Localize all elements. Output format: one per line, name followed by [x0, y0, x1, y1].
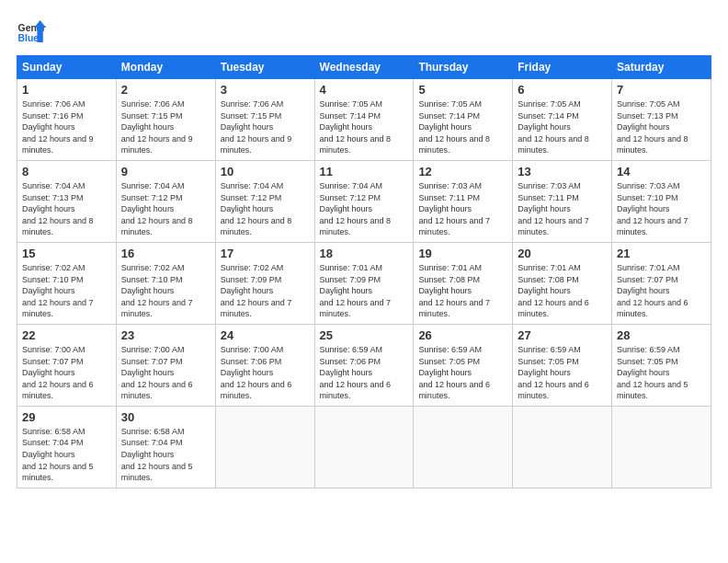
header-thursday: Thursday — [414, 56, 513, 79]
calendar-week-row: 29Sunrise: 6:58 AMSunset: 7:04 PMDayligh… — [17, 406, 711, 488]
calendar-cell: 8Sunrise: 7:04 AMSunset: 7:13 PMDaylight… — [17, 160, 117, 242]
day-number: 2 — [121, 83, 210, 97]
header-friday: Friday — [513, 56, 612, 79]
day-info: Sunrise: 7:00 AMSunset: 7:07 PMDaylight … — [121, 344, 210, 402]
calendar-cell: 23Sunrise: 7:00 AMSunset: 7:07 PMDayligh… — [116, 324, 215, 406]
day-info: Sunrise: 7:01 AMSunset: 7:07 PMDaylight … — [617, 262, 706, 320]
calendar-cell: 25Sunrise: 6:59 AMSunset: 7:06 PMDayligh… — [314, 324, 414, 406]
day-info: Sunrise: 6:59 AMSunset: 7:05 PMDaylight … — [518, 344, 607, 402]
calendar-week-row: 15Sunrise: 7:02 AMSunset: 7:10 PMDayligh… — [17, 242, 711, 324]
day-number: 20 — [518, 247, 607, 260]
calendar-cell: 18Sunrise: 7:01 AMSunset: 7:09 PMDayligh… — [314, 242, 414, 324]
day-info: Sunrise: 6:59 AMSunset: 7:05 PMDaylight … — [617, 344, 706, 402]
calendar-week-row: 8Sunrise: 7:04 AMSunset: 7:13 PMDaylight… — [17, 160, 711, 242]
day-number: 22 — [22, 328, 111, 342]
calendar-cell: 6Sunrise: 7:05 AMSunset: 7:14 PMDaylight… — [513, 79, 612, 161]
day-number: 27 — [518, 328, 607, 342]
day-number: 16 — [121, 247, 210, 260]
calendar-cell: 1Sunrise: 7:06 AMSunset: 7:16 PMDaylight… — [17, 79, 117, 161]
calendar-cell: 2Sunrise: 7:06 AMSunset: 7:15 PMDaylight… — [116, 79, 215, 161]
header-saturday: Saturday — [612, 56, 711, 79]
day-number: 3 — [221, 83, 310, 97]
calendar-cell: 10Sunrise: 7:04 AMSunset: 7:12 PMDayligh… — [215, 160, 314, 242]
day-info: Sunrise: 6:58 AMSunset: 7:04 PMDaylight … — [22, 426, 111, 484]
day-info: Sunrise: 7:01 AMSunset: 7:09 PMDaylight … — [320, 262, 409, 320]
logo: General Blue — [17, 17, 46, 46]
day-number: 4 — [320, 83, 409, 97]
calendar-cell: 7Sunrise: 7:05 AMSunset: 7:13 PMDaylight… — [612, 79, 711, 161]
calendar-cell — [414, 406, 513, 488]
day-info: Sunrise: 7:02 AMSunset: 7:09 PMDaylight … — [221, 262, 310, 320]
calendar-cell: 21Sunrise: 7:01 AMSunset: 7:07 PMDayligh… — [612, 242, 711, 324]
day-number: 24 — [221, 328, 310, 342]
calendar: SundayMondayTuesdayWednesdayThursdayFrid… — [17, 55, 711, 488]
calendar-cell: 20Sunrise: 7:01 AMSunset: 7:08 PMDayligh… — [513, 242, 612, 324]
header: General Blue — [17, 17, 711, 46]
day-info: Sunrise: 7:01 AMSunset: 7:08 PMDaylight … — [418, 262, 507, 320]
day-number: 8 — [22, 165, 111, 178]
day-number: 12 — [418, 165, 507, 178]
svg-text:Blue: Blue — [18, 33, 40, 43]
day-info: Sunrise: 7:03 AMSunset: 7:11 PMDaylight … — [418, 180, 507, 238]
calendar-cell: 24Sunrise: 7:00 AMSunset: 7:06 PMDayligh… — [215, 324, 314, 406]
calendar-week-row: 22Sunrise: 7:00 AMSunset: 7:07 PMDayligh… — [17, 324, 711, 406]
day-number: 26 — [418, 328, 507, 342]
day-number: 11 — [320, 165, 409, 178]
calendar-cell: 22Sunrise: 7:00 AMSunset: 7:07 PMDayligh… — [17, 324, 117, 406]
day-info: Sunrise: 7:04 AMSunset: 7:13 PMDaylight … — [22, 180, 111, 238]
calendar-cell: 9Sunrise: 7:04 AMSunset: 7:12 PMDaylight… — [116, 160, 215, 242]
logo-icon: General Blue — [17, 17, 46, 46]
day-info: Sunrise: 7:06 AMSunset: 7:15 PMDaylight … — [121, 98, 210, 156]
day-number: 1 — [22, 83, 111, 97]
day-number: 9 — [121, 165, 210, 178]
day-info: Sunrise: 6:58 AMSunset: 7:04 PMDaylight … — [121, 426, 210, 484]
day-info: Sunrise: 6:59 AMSunset: 7:06 PMDaylight … — [320, 344, 409, 402]
day-number: 7 — [617, 83, 706, 97]
calendar-cell — [513, 406, 612, 488]
day-number: 30 — [121, 410, 210, 424]
calendar-cell: 29Sunrise: 6:58 AMSunset: 7:04 PMDayligh… — [17, 406, 117, 488]
day-number: 14 — [617, 165, 706, 178]
day-info: Sunrise: 7:06 AMSunset: 7:16 PMDaylight … — [22, 98, 111, 156]
day-number: 25 — [320, 328, 409, 342]
day-number: 17 — [221, 247, 310, 260]
header-sunday: Sunday — [17, 56, 117, 79]
day-info: Sunrise: 7:06 AMSunset: 7:15 PMDaylight … — [221, 98, 310, 156]
day-number: 28 — [617, 328, 706, 342]
day-number: 19 — [418, 247, 507, 260]
day-info: Sunrise: 7:04 AMSunset: 7:12 PMDaylight … — [121, 180, 210, 238]
day-info: Sunrise: 7:04 AMSunset: 7:12 PMDaylight … — [320, 180, 409, 238]
day-number: 18 — [320, 247, 409, 260]
calendar-cell: 17Sunrise: 7:02 AMSunset: 7:09 PMDayligh… — [215, 242, 314, 324]
calendar-cell: 27Sunrise: 6:59 AMSunset: 7:05 PMDayligh… — [513, 324, 612, 406]
day-info: Sunrise: 7:05 AMSunset: 7:14 PMDaylight … — [518, 98, 607, 156]
day-number: 5 — [418, 83, 507, 97]
calendar-cell: 3Sunrise: 7:06 AMSunset: 7:15 PMDaylight… — [215, 79, 314, 161]
calendar-cell: 14Sunrise: 7:03 AMSunset: 7:10 PMDayligh… — [612, 160, 711, 242]
calendar-header-row: SundayMondayTuesdayWednesdayThursdayFrid… — [17, 56, 711, 79]
calendar-cell: 11Sunrise: 7:04 AMSunset: 7:12 PMDayligh… — [314, 160, 414, 242]
calendar-cell: 15Sunrise: 7:02 AMSunset: 7:10 PMDayligh… — [17, 242, 117, 324]
day-info: Sunrise: 7:00 AMSunset: 7:07 PMDaylight … — [22, 344, 111, 402]
day-info: Sunrise: 7:03 AMSunset: 7:11 PMDaylight … — [518, 180, 607, 238]
calendar-cell: 19Sunrise: 7:01 AMSunset: 7:08 PMDayligh… — [414, 242, 513, 324]
calendar-cell: 26Sunrise: 6:59 AMSunset: 7:05 PMDayligh… — [414, 324, 513, 406]
day-number: 23 — [121, 328, 210, 342]
day-info: Sunrise: 7:03 AMSunset: 7:10 PMDaylight … — [617, 180, 706, 238]
header-wednesday: Wednesday — [314, 56, 414, 79]
day-info: Sunrise: 6:59 AMSunset: 7:05 PMDaylight … — [418, 344, 507, 402]
day-number: 15 — [22, 247, 111, 260]
day-number: 21 — [617, 247, 706, 260]
calendar-cell: 28Sunrise: 6:59 AMSunset: 7:05 PMDayligh… — [612, 324, 711, 406]
calendar-cell: 13Sunrise: 7:03 AMSunset: 7:11 PMDayligh… — [513, 160, 612, 242]
calendar-cell: 5Sunrise: 7:05 AMSunset: 7:14 PMDaylight… — [414, 79, 513, 161]
day-info: Sunrise: 7:05 AMSunset: 7:14 PMDaylight … — [418, 98, 507, 156]
day-info: Sunrise: 7:01 AMSunset: 7:08 PMDaylight … — [518, 262, 607, 320]
header-monday: Monday — [116, 56, 215, 79]
calendar-cell — [215, 406, 314, 488]
calendar-cell: 4Sunrise: 7:05 AMSunset: 7:14 PMDaylight… — [314, 79, 414, 161]
day-info: Sunrise: 7:05 AMSunset: 7:13 PMDaylight … — [617, 98, 706, 156]
day-number: 13 — [518, 165, 607, 178]
day-number: 10 — [221, 165, 310, 178]
day-number: 29 — [22, 410, 111, 424]
